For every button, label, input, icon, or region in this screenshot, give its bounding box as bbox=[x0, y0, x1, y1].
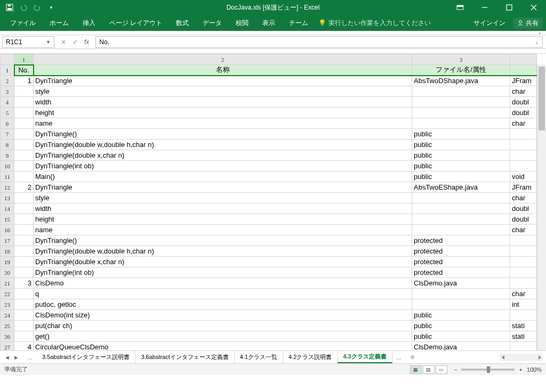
row-header[interactable]: 8 bbox=[1, 140, 14, 150]
cell[interactable]: public bbox=[412, 129, 510, 140]
cell[interactable]: style bbox=[34, 193, 412, 203]
cell[interactable] bbox=[14, 86, 34, 97]
cell[interactable]: void bbox=[510, 172, 537, 182]
cell[interactable] bbox=[14, 172, 34, 182]
vertical-scrollbar[interactable] bbox=[537, 64, 546, 350]
cell[interactable] bbox=[14, 140, 34, 150]
cell[interactable]: 4 bbox=[14, 342, 34, 351]
cell[interactable]: height bbox=[34, 108, 412, 118]
row-header[interactable]: 21 bbox=[1, 278, 14, 289]
cell[interactable]: ClsDemo.java bbox=[412, 278, 510, 289]
cell[interactable]: width bbox=[34, 203, 412, 214]
namebox-dropdown-icon[interactable]: ▼ bbox=[46, 39, 51, 45]
cell[interactable] bbox=[14, 161, 34, 172]
row-header[interactable]: 19 bbox=[1, 257, 14, 267]
cell[interactable]: DynTriangle bbox=[34, 182, 412, 193]
col-header-4[interactable] bbox=[510, 54, 537, 65]
cell[interactable] bbox=[510, 278, 537, 289]
cell[interactable]: DynTriangle(double x,char n) bbox=[34, 150, 412, 161]
cell[interactable]: char bbox=[510, 289, 537, 299]
select-all-corner[interactable] bbox=[1, 54, 14, 65]
sheet-tab[interactable]: 4.1クラス一覧 bbox=[235, 351, 283, 363]
cell[interactable] bbox=[14, 321, 34, 331]
name-box[interactable]: R1C1 ▼ bbox=[2, 36, 54, 48]
cell[interactable] bbox=[510, 246, 537, 257]
row-header[interactable]: 10 bbox=[1, 161, 14, 172]
save-icon[interactable] bbox=[5, 3, 14, 12]
cell[interactable] bbox=[14, 129, 34, 140]
cell[interactable] bbox=[14, 118, 34, 129]
row-header[interactable]: 6 bbox=[1, 118, 14, 129]
row-header[interactable]: 16 bbox=[1, 225, 14, 235]
cell[interactable]: char bbox=[510, 86, 537, 97]
row-header[interactable]: 25 bbox=[1, 321, 14, 331]
cell[interactable] bbox=[14, 225, 34, 235]
maximize-button[interactable] bbox=[497, 0, 521, 15]
cell[interactable]: JFram bbox=[510, 182, 537, 193]
cell[interactable]: DynTriangle() bbox=[34, 129, 412, 140]
cell[interactable]: 2 bbox=[14, 182, 34, 193]
cell[interactable]: JFram bbox=[510, 76, 537, 86]
enter-icon[interactable]: ✓ bbox=[73, 38, 78, 46]
cell[interactable] bbox=[510, 129, 537, 140]
row-header[interactable]: 17 bbox=[1, 235, 14, 246]
cell[interactable]: DynTriangle bbox=[34, 76, 412, 86]
fx-icon[interactable]: fx bbox=[84, 38, 89, 46]
zoom-level[interactable]: 100% bbox=[527, 366, 542, 373]
cell[interactable]: char bbox=[510, 193, 537, 203]
sheet-tab[interactable]: 3.6abstractインタフェース定義書 bbox=[135, 351, 234, 363]
row-header[interactable]: 20 bbox=[1, 267, 14, 278]
cell[interactable] bbox=[14, 150, 34, 161]
cancel-icon[interactable]: ✕ bbox=[61, 38, 66, 46]
col-header-3[interactable]: 3 bbox=[412, 54, 510, 65]
cell[interactable]: putloc, getloc bbox=[34, 299, 412, 310]
pagebreak-view-button[interactable]: ▭ bbox=[436, 365, 447, 374]
formula-expand-icon[interactable]: ⌄ bbox=[535, 39, 539, 45]
add-sheet-button[interactable]: ⊕ bbox=[406, 354, 419, 361]
cell[interactable] bbox=[412, 118, 510, 129]
cell[interactable]: put(char ch) bbox=[34, 321, 412, 331]
row-header[interactable]: 27 bbox=[1, 342, 14, 351]
expand-ribbon-icon[interactable]: ⌄ bbox=[537, 29, 542, 35]
cell[interactable]: public bbox=[412, 321, 510, 331]
cell[interactable] bbox=[510, 235, 537, 246]
cell[interactable] bbox=[14, 331, 34, 342]
cell[interactable] bbox=[510, 267, 537, 278]
cell[interactable] bbox=[14, 310, 34, 321]
sheet-prev-icon[interactable]: ◄ bbox=[4, 354, 10, 361]
cell[interactable] bbox=[412, 214, 510, 225]
zoom-in-button[interactable]: + bbox=[519, 366, 522, 373]
cell[interactable] bbox=[14, 267, 34, 278]
row-header[interactable]: 2 bbox=[1, 76, 14, 86]
cell[interactable] bbox=[412, 108, 510, 118]
cell[interactable]: DynTriangle(double w,double h,char n) bbox=[34, 140, 412, 150]
cell[interactable]: int bbox=[510, 299, 537, 310]
cell[interactable]: doubl bbox=[510, 203, 537, 214]
tab-pagelayout[interactable]: ページ レイアウト bbox=[102, 15, 169, 31]
cell[interactable]: style bbox=[34, 86, 412, 97]
tab-formulas[interactable]: 数式 bbox=[169, 15, 196, 31]
tab-review[interactable]: 校閲 bbox=[229, 15, 255, 31]
row-header[interactable]: 7 bbox=[1, 129, 14, 140]
sheet-overflow-left[interactable]: ... bbox=[23, 354, 37, 361]
row-header[interactable]: 22 bbox=[1, 289, 14, 299]
cell[interactable] bbox=[14, 246, 34, 257]
cell[interactable]: protected bbox=[412, 257, 510, 267]
cell[interactable]: protected bbox=[412, 246, 510, 257]
row-header[interactable]: 11 bbox=[1, 172, 14, 182]
normal-view-button[interactable]: ▦ bbox=[410, 365, 422, 374]
cell[interactable] bbox=[14, 108, 34, 118]
row-header[interactable]: 9 bbox=[1, 150, 14, 161]
tell-me[interactable]: 💡 実行したい作業を入力してください bbox=[318, 19, 431, 28]
grid-header-file[interactable]: ファイル名/属性 bbox=[412, 65, 510, 76]
grid-header-no[interactable]: No. bbox=[14, 65, 34, 76]
cell[interactable] bbox=[412, 225, 510, 235]
cell[interactable] bbox=[412, 299, 510, 310]
cell[interactable] bbox=[14, 203, 34, 214]
cell[interactable]: CircularQueueClsDemo bbox=[34, 342, 412, 351]
grid-header-name[interactable]: 名称 bbox=[34, 65, 412, 76]
cell[interactable]: AbsTwoEShape.java bbox=[412, 182, 510, 193]
sheet-tab[interactable]: 4.2クラス説明書 bbox=[283, 351, 338, 363]
cell[interactable]: 3 bbox=[14, 278, 34, 289]
tab-data[interactable]: データ bbox=[196, 15, 229, 31]
